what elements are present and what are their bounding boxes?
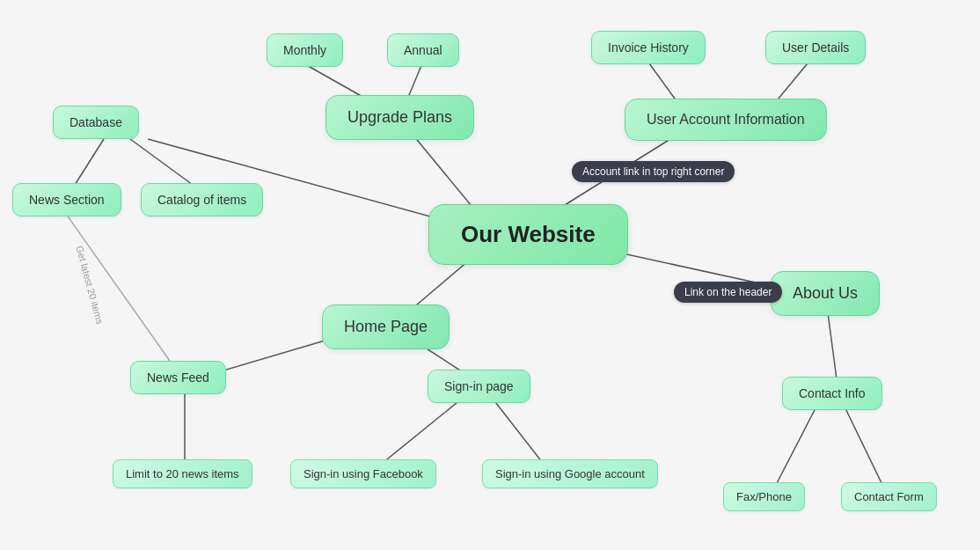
mindmap: Our Website Upgrade Plans Monthly Annual… [0, 0, 980, 550]
node-database[interactable]: Database [53, 106, 139, 139]
node-upgrade-plans[interactable]: Upgrade Plans [325, 95, 474, 140]
diagonal-label: Get latest 20 items [74, 245, 105, 326]
node-account-label: Account link in top right corner [572, 161, 735, 182]
svg-line-18 [774, 407, 816, 488]
svg-line-17 [827, 306, 837, 385]
svg-line-19 [845, 407, 884, 488]
node-news-feed[interactable]: News Feed [130, 361, 226, 394]
node-contact-form[interactable]: Contact Form [841, 482, 937, 511]
node-limit-20[interactable]: Limit to 20 news items [113, 459, 252, 488]
node-header-label: Link on the header [674, 282, 782, 303]
node-user-account[interactable]: User Account Information [625, 99, 827, 141]
node-signin-page[interactable]: Sign-in page [428, 370, 530, 403]
svg-line-6 [66, 214, 176, 370]
node-annual[interactable]: Annual [387, 33, 459, 67]
node-signin-google[interactable]: Sign-in using Google account [482, 459, 658, 488]
node-contact-info[interactable]: Contact Info [782, 377, 882, 410]
svg-line-12 [493, 399, 545, 466]
node-about-us[interactable]: About Us [771, 271, 880, 316]
node-signin-facebook[interactable]: Sign-in using Facebook [290, 459, 436, 488]
svg-line-11 [378, 399, 462, 466]
node-user-details[interactable]: User Details [765, 31, 866, 64]
node-invoice-history[interactable]: Invoice History [591, 31, 706, 64]
node-our-website[interactable]: Our Website [428, 204, 628, 265]
node-catalog-items[interactable]: Catalog of items [141, 183, 263, 216]
node-fax-phone[interactable]: Fax/Phone [723, 482, 805, 511]
node-home-page[interactable]: Home Page [322, 304, 450, 349]
node-monthly[interactable]: Monthly [267, 33, 343, 67]
node-news-section[interactable]: News Section [12, 183, 121, 216]
